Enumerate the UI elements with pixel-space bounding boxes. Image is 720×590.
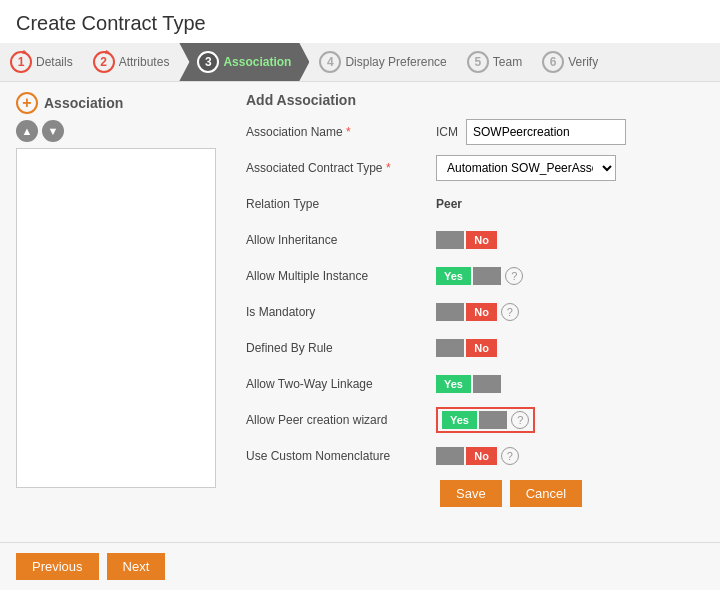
wizard-steps: 1 Details 2 Attributes 3 Association 4 D… xyxy=(0,43,720,82)
toggle-value: No xyxy=(466,303,497,321)
association-name-label: Association Name * xyxy=(246,125,436,139)
move-up-button[interactable]: ▲ xyxy=(16,120,38,142)
section-title: Add Association xyxy=(246,92,704,108)
allow-peer-creation-wizard-highlight: Yes ? xyxy=(436,407,535,433)
association-name-control: ICM xyxy=(436,119,626,145)
step-num-verify: 6 xyxy=(542,51,564,73)
use-custom-nomenclature-control: No ? xyxy=(436,447,519,465)
move-down-button[interactable]: ▼ xyxy=(42,120,64,142)
toggle-off-part xyxy=(436,339,464,357)
allow-peer-creation-wizard-control: Yes ? xyxy=(436,407,535,433)
association-list-box xyxy=(16,148,216,488)
step-label-team: Team xyxy=(493,55,522,69)
is-mandatory-toggle[interactable]: No xyxy=(436,303,497,321)
allow-multiple-instance-control: Yes ? xyxy=(436,267,523,285)
footer: Previous Next xyxy=(0,542,720,590)
is-mandatory-help[interactable]: ? xyxy=(501,303,519,321)
associated-contract-type-row: Associated Contract Type * Automation SO… xyxy=(246,154,704,182)
step-num-association: 3 xyxy=(197,51,219,73)
toggle-off-part xyxy=(473,267,501,285)
right-panel: Add Association Association Name * ICM A… xyxy=(236,92,704,532)
step-num-details: 1 xyxy=(10,51,32,73)
associated-contract-type-control: Automation SOW_PeerAssocia... xyxy=(436,155,616,181)
allow-peer-creation-wizard-toggle[interactable]: Yes xyxy=(442,411,507,429)
assoc-header: + Association xyxy=(16,92,236,114)
step-label-association: Association xyxy=(223,55,291,69)
allow-peer-creation-wizard-row: Allow Peer creation wizard Yes ? xyxy=(246,406,704,434)
association-name-input[interactable] xyxy=(466,119,626,145)
toggle-off-part xyxy=(479,411,507,429)
toggle-value: No xyxy=(466,231,497,249)
toggle-value: Yes xyxy=(442,411,477,429)
relation-type-label: Relation Type xyxy=(246,197,436,211)
allow-inheritance-row: Allow Inheritance No xyxy=(246,226,704,254)
step-attributes[interactable]: 2 Attributes xyxy=(83,43,180,81)
allow-multiple-instance-row: Allow Multiple Instance Yes ? xyxy=(246,262,704,290)
cancel-button[interactable]: Cancel xyxy=(510,480,582,507)
main-content: + Association ▲ ▼ Add Association Associ… xyxy=(0,82,720,542)
toggle-off-part xyxy=(473,375,501,393)
next-button[interactable]: Next xyxy=(107,553,166,580)
allow-peer-creation-wizard-help[interactable]: ? xyxy=(511,411,529,429)
allow-multiple-instance-help[interactable]: ? xyxy=(505,267,523,285)
allow-multiple-instance-toggle[interactable]: Yes xyxy=(436,267,501,285)
defined-by-rule-control: No xyxy=(436,339,497,357)
toggle-value: Yes xyxy=(436,267,471,285)
step-verify[interactable]: 6 Verify xyxy=(532,43,608,81)
associated-contract-type-select[interactable]: Automation SOW_PeerAssocia... xyxy=(436,155,616,181)
allow-two-way-linkage-toggle[interactable]: Yes xyxy=(436,375,501,393)
relation-type-value: Peer xyxy=(436,197,462,211)
step-num-team: 5 xyxy=(467,51,489,73)
allow-inheritance-toggle[interactable]: No xyxy=(436,231,497,249)
is-mandatory-label: Is Mandatory xyxy=(246,305,436,319)
step-team[interactable]: 5 Team xyxy=(457,43,532,81)
associated-contract-type-label: Associated Contract Type * xyxy=(246,161,436,175)
step-details[interactable]: 1 Details xyxy=(0,43,83,81)
step-association[interactable]: 3 Association xyxy=(179,43,309,81)
toggle-off-part xyxy=(436,447,464,465)
step-num-display: 4 xyxy=(319,51,341,73)
defined-by-rule-label: Defined By Rule xyxy=(246,341,436,355)
allow-inheritance-control: No xyxy=(436,231,497,249)
use-custom-nomenclature-row: Use Custom Nomenclature No ? xyxy=(246,442,704,470)
step-label-attributes: Attributes xyxy=(119,55,170,69)
allow-two-way-linkage-control: Yes xyxy=(436,375,501,393)
is-mandatory-row: Is Mandatory No ? xyxy=(246,298,704,326)
step-label-display: Display Preference xyxy=(345,55,446,69)
is-mandatory-control: No ? xyxy=(436,303,519,321)
defined-by-rule-toggle[interactable]: No xyxy=(436,339,497,357)
icm-prefix: ICM xyxy=(436,125,458,139)
allow-peer-creation-wizard-label: Allow Peer creation wizard xyxy=(246,413,436,427)
allow-two-way-linkage-row: Allow Two-Way Linkage Yes xyxy=(246,370,704,398)
toggle-off-part xyxy=(436,303,464,321)
action-buttons: Save Cancel xyxy=(246,480,704,507)
previous-button[interactable]: Previous xyxy=(16,553,99,580)
step-label-verify: Verify xyxy=(568,55,598,69)
association-name-row: Association Name * ICM xyxy=(246,118,704,146)
toggle-value: Yes xyxy=(436,375,471,393)
toggle-value: No xyxy=(466,339,497,357)
left-panel: + Association ▲ ▼ xyxy=(16,92,236,532)
page-title: Create Contract Type xyxy=(0,0,720,43)
use-custom-nomenclature-toggle[interactable]: No xyxy=(436,447,497,465)
defined-by-rule-row: Defined By Rule No xyxy=(246,334,704,362)
arrow-buttons: ▲ ▼ xyxy=(16,120,236,142)
allow-two-way-linkage-label: Allow Two-Way Linkage xyxy=(246,377,436,391)
step-num-attributes: 2 xyxy=(93,51,115,73)
use-custom-nomenclature-help[interactable]: ? xyxy=(501,447,519,465)
step-label-details: Details xyxy=(36,55,73,69)
allow-multiple-instance-label: Allow Multiple Instance xyxy=(246,269,436,283)
allow-inheritance-label: Allow Inheritance xyxy=(246,233,436,247)
toggle-value: No xyxy=(466,447,497,465)
relation-type-row: Relation Type Peer xyxy=(246,190,704,218)
step-display-preference[interactable]: 4 Display Preference xyxy=(309,43,456,81)
association-title: Association xyxy=(44,95,123,111)
toggle-off-part xyxy=(436,231,464,249)
save-button[interactable]: Save xyxy=(440,480,502,507)
use-custom-nomenclature-label: Use Custom Nomenclature xyxy=(246,449,436,463)
add-association-icon[interactable]: + xyxy=(16,92,38,114)
